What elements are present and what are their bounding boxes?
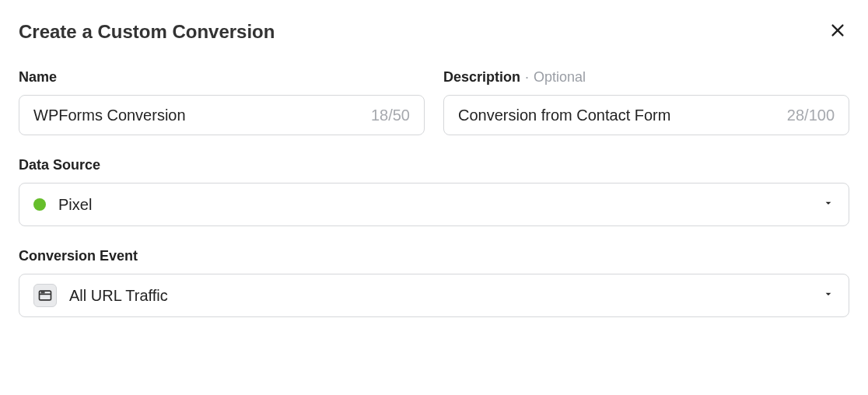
name-label: Name [19, 69, 425, 86]
conversion-event-select[interactable]: All URL Traffic [19, 274, 849, 317]
svg-point-5 [44, 292, 44, 293]
data-source-select[interactable]: Pixel [19, 183, 849, 226]
name-char-count: 18/50 [371, 107, 410, 124]
browser-icon [33, 284, 57, 307]
svg-point-4 [41, 292, 42, 293]
data-source-label: Data Source [19, 157, 849, 173]
description-char-count: 28/100 [787, 107, 835, 124]
description-label-text: Description [443, 69, 520, 86]
caret-down-icon [822, 288, 835, 303]
description-input-wrap[interactable]: 28/100 [443, 95, 849, 135]
description-input[interactable] [458, 107, 778, 124]
caret-down-icon [822, 197, 835, 212]
data-source-label-text: Data Source [19, 157, 100, 173]
description-optional-text: Optional [534, 69, 586, 86]
conversion-event-value: All URL Traffic [69, 287, 810, 305]
conversion-event-label: Conversion Event [19, 248, 849, 264]
name-label-text: Name [19, 69, 57, 86]
data-source-value: Pixel [58, 196, 810, 214]
close-icon [829, 22, 846, 41]
name-input-wrap[interactable]: 18/50 [19, 95, 425, 135]
description-label: Description · Optional [443, 69, 849, 86]
page-title: Create a Custom Conversion [19, 21, 275, 43]
name-input[interactable] [33, 107, 362, 124]
conversion-event-label-text: Conversion Event [19, 248, 138, 264]
label-separator: · [525, 69, 529, 86]
status-dot-icon [33, 198, 46, 211]
close-button[interactable] [826, 19, 849, 44]
